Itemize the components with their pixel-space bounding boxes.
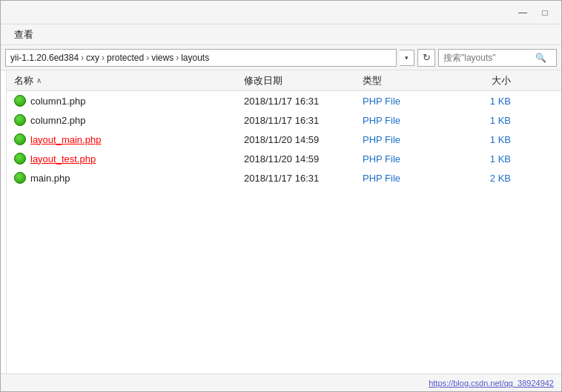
cell-type-4: PHP File	[363, 173, 452, 184]
cell-name-0: column1.php	[14, 95, 244, 107]
table-row[interactable]: layout_test.php 2018/11/20 14:59 PHP Fil…	[7, 149, 561, 168]
breadcrumb-item-layouts: layouts	[181, 53, 209, 63]
filename-1: column2.php	[30, 115, 85, 126]
cell-size-0: 1 KB	[452, 96, 511, 107]
file-rows: column1.php 2018/11/17 16:31 PHP File 1 …	[7, 91, 561, 373]
column-header-size[interactable]: 大小	[452, 74, 511, 87]
title-bar: — □	[1, 1, 561, 24]
breadcrumb-sep-2: ›	[102, 53, 105, 63]
menu-bar: 查看	[1, 24, 561, 45]
breadcrumb[interactable]: yii-1.1.20.6ed384 › cxy › protected › vi…	[5, 49, 397, 67]
column-header-date[interactable]: 修改日期	[244, 74, 363, 87]
php-file-icon	[14, 133, 26, 145]
cell-type-0: PHP File	[363, 96, 452, 107]
minimize-button[interactable]: —	[512, 5, 533, 20]
maximize-button[interactable]: □	[535, 5, 555, 20]
cell-size-1: 1 KB	[452, 115, 511, 126]
filename-2: layout_main.php	[30, 134, 101, 145]
menu-item-view[interactable]: 查看	[8, 27, 39, 43]
cell-name-4: main.php	[14, 172, 244, 184]
table-row[interactable]: column1.php 2018/11/17 16:31 PHP File 1 …	[7, 91, 561, 110]
column-header-name[interactable]: 名称 ∧	[14, 74, 244, 87]
cell-size-2: 1 KB	[452, 134, 511, 145]
breadcrumb-item-views: views	[151, 53, 173, 63]
content-area: 名称 ∧ 修改日期 类型 大小 column1.php 2018/11/17 1…	[1, 70, 561, 373]
breadcrumb-item-root: yii-1.1.20.6ed384	[10, 53, 79, 63]
cell-size-4: 2 KB	[452, 173, 511, 184]
breadcrumb-item-cxy: cxy	[86, 53, 99, 63]
title-bar-controls: — □	[512, 5, 555, 20]
filename-3: layout_test.php	[30, 153, 96, 165]
cell-type-2: PHP File	[363, 134, 452, 145]
cell-date-2: 2018/11/20 14:59	[244, 134, 363, 145]
filename-4: main.php	[30, 173, 70, 184]
status-link[interactable]: https://blog.csdn.net/qq_38924942	[429, 379, 554, 388]
php-file-icon	[14, 153, 26, 165]
cell-name-3: layout_test.php	[14, 153, 244, 165]
search-icon: 🔍	[535, 53, 546, 63]
breadcrumb-item-protected: protected	[107, 53, 144, 63]
file-list-header: 名称 ∧ 修改日期 类型 大小	[7, 70, 561, 91]
search-box[interactable]: 🔍	[438, 49, 557, 67]
cell-date-1: 2018/11/17 16:31	[244, 115, 363, 126]
cell-type-3: PHP File	[363, 153, 452, 165]
sort-arrow-icon: ∧	[36, 76, 42, 84]
cell-name-1: column2.php	[14, 114, 244, 126]
cell-type-1: PHP File	[363, 115, 452, 126]
column-header-type[interactable]: 类型	[363, 74, 452, 87]
breadcrumb-sep-3: ›	[146, 53, 149, 63]
column-name-label: 名称	[14, 74, 33, 87]
php-file-icon	[14, 172, 26, 184]
table-row[interactable]: layout_main.php 2018/11/20 14:59 PHP Fil…	[7, 130, 561, 149]
file-list: 名称 ∧ 修改日期 类型 大小 column1.php 2018/11/17 1…	[7, 70, 561, 373]
left-nav-pane	[1, 70, 7, 373]
breadcrumb-dropdown-button[interactable]: ▾	[400, 50, 414, 66]
php-file-icon	[14, 114, 26, 126]
cell-date-0: 2018/11/17 16:31	[244, 96, 363, 107]
explorer-window: — □ 查看 yii-1.1.20.6ed384 › cxy › protect…	[0, 0, 562, 392]
cell-date-4: 2018/11/17 16:31	[244, 173, 363, 184]
cell-name-2: layout_main.php	[14, 133, 244, 145]
address-bar: yii-1.1.20.6ed384 › cxy › protected › vi…	[1, 45, 561, 70]
php-file-icon	[14, 95, 26, 107]
filename-0: column1.php	[30, 96, 85, 107]
status-bar: https://blog.csdn.net/qq_38924942	[1, 373, 561, 391]
cell-date-3: 2018/11/20 14:59	[244, 153, 363, 165]
table-row[interactable]: column2.php 2018/11/17 16:31 PHP File 1 …	[7, 110, 561, 130]
table-row[interactable]: main.php 2018/11/17 16:31 PHP File 2 KB	[7, 168, 561, 187]
search-input[interactable]	[443, 53, 532, 63]
breadcrumb-sep-1: ›	[81, 53, 84, 63]
cell-size-3: 1 KB	[452, 153, 511, 165]
breadcrumb-sep-4: ›	[176, 53, 179, 63]
refresh-button[interactable]: ↻	[417, 49, 435, 67]
